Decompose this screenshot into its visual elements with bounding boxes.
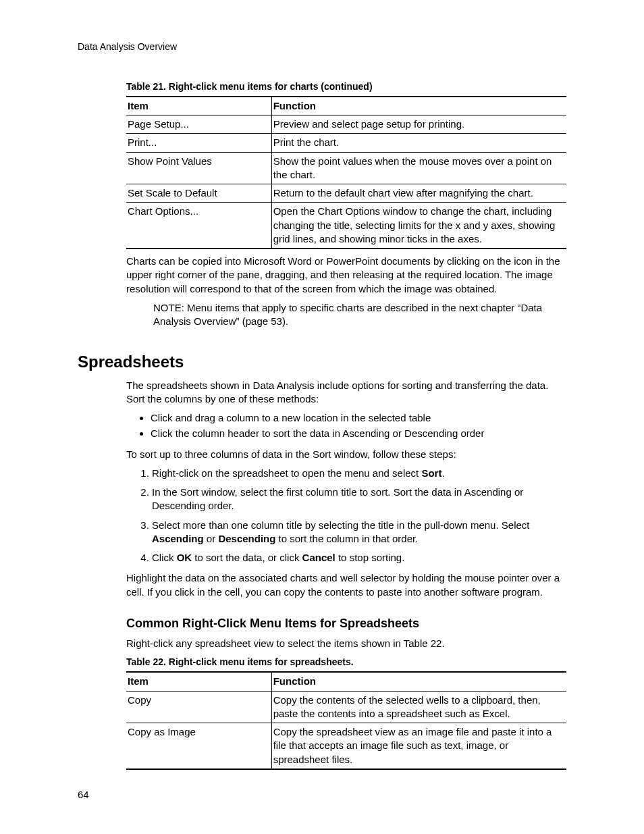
table-row: Page Setup... Preview and select page se… xyxy=(126,115,566,134)
sort-intro: To sort up to three columns of data in t… xyxy=(126,448,566,461)
page-number: 64 xyxy=(78,788,89,802)
table-row: Print... Print the chart. xyxy=(126,134,566,152)
table21-r2-func: Show the point values when the mouse mov… xyxy=(271,152,566,184)
list-item: Right-click on the spreadsheet to open t… xyxy=(152,467,566,480)
table21-r0-item: Page Setup... xyxy=(126,115,271,134)
table21-caption: Table 21. Right-click menu items for cha… xyxy=(126,80,566,93)
step1-sort-bold: Sort xyxy=(421,467,441,479)
step3-text-e: to sort the column in that order. xyxy=(275,533,418,544)
step4-text-e: to stop sorting. xyxy=(336,552,405,563)
list-item: Click OK to sort the data, or click Canc… xyxy=(152,551,566,565)
table21-r4-func: Open the Chart Options window to change … xyxy=(271,203,566,249)
running-head: Data Analysis Overview xyxy=(78,41,566,53)
page: Data Analysis Overview Table 21. Right-c… xyxy=(0,0,644,834)
step1-text-c: . xyxy=(441,467,444,479)
list-item: In the Sort window, select the first col… xyxy=(152,486,566,513)
step4-cancel-bold: Cancel xyxy=(302,552,336,563)
content-area: Table 21. Right-click menu items for cha… xyxy=(126,80,566,770)
step3-text-c: or xyxy=(204,533,219,544)
sort-steps: Right-click on the spreadsheet to open t… xyxy=(126,467,566,565)
table21-r0-func: Preview and select page setup for printi… xyxy=(271,115,566,134)
step3-desc-bold: Descending xyxy=(218,533,275,544)
para-after-table21: Charts can be copied into Microsoft Word… xyxy=(126,255,566,296)
step4-ok-bold: OK xyxy=(177,552,192,563)
table22-r1-func: Copy the spreadsheet view as an image fi… xyxy=(271,723,566,769)
table22-head-item: Item xyxy=(126,672,271,691)
spreadsheets-intro: The spreadsheets shown in Data Analysis … xyxy=(126,379,566,407)
table-row: Show Point Values Show the point values … xyxy=(126,152,566,184)
list-item: Select more than one column title by sel… xyxy=(152,519,566,546)
table-row: Set Scale to Default Return to the defau… xyxy=(126,184,566,203)
table21: Item Function Page Setup... Preview and … xyxy=(126,96,566,249)
list-item: Click the column header to sort the data… xyxy=(151,427,566,440)
spreadsheets-bullets: Click and drag a column to a new locatio… xyxy=(126,411,566,441)
step3-asc-bold: Ascending xyxy=(152,533,204,544)
table-row: Chart Options... Open the Chart Options … xyxy=(126,203,566,249)
table21-r3-item: Set Scale to Default xyxy=(126,184,271,203)
common-menu-intro: Right-click any spreadsheet view to sele… xyxy=(126,637,566,650)
table22-r1-item: Copy as Image xyxy=(126,723,271,769)
table21-r4-item: Chart Options... xyxy=(126,203,271,249)
table22-r0-func: Copy the contents of the selected wells … xyxy=(271,691,566,723)
table21-head-func: Function xyxy=(271,97,566,115)
table-row: Copy as Image Copy the spreadsheet view … xyxy=(126,723,566,769)
table21-r3-func: Return to the default chart view after m… xyxy=(271,184,566,203)
step4-text-a: Click xyxy=(152,552,177,563)
table22-head-func: Function xyxy=(271,672,566,691)
table22-caption: Table 22. Right-click menu items for spr… xyxy=(126,656,566,669)
table-row: Copy Copy the contents of the selected w… xyxy=(126,691,566,723)
note-block: NOTE: Menu items that apply to specific … xyxy=(153,301,566,329)
table21-head-item: Item xyxy=(126,97,271,115)
step1-text-a: Right-click on the spreadsheet to open t… xyxy=(152,467,421,479)
table21-r1-item: Print... xyxy=(126,134,271,152)
table22-r0-item: Copy xyxy=(126,691,271,723)
list-item: Click and drag a column to a new locatio… xyxy=(151,411,566,425)
heading-spreadsheets: Spreadsheets xyxy=(78,351,566,373)
step4-text-c: to sort the data, or click xyxy=(192,552,302,563)
step3-text-a: Select more than one column title by sel… xyxy=(152,519,529,531)
table21-r1-func: Print the chart. xyxy=(271,134,566,152)
heading-common-menu: Common Right-Click Menu Items for Spread… xyxy=(126,615,566,631)
table22: Item Function Copy Copy the contents of … xyxy=(126,671,566,770)
table21-r2-item: Show Point Values xyxy=(126,152,271,184)
highlight-para: Highlight the data on the associated cha… xyxy=(126,571,566,599)
